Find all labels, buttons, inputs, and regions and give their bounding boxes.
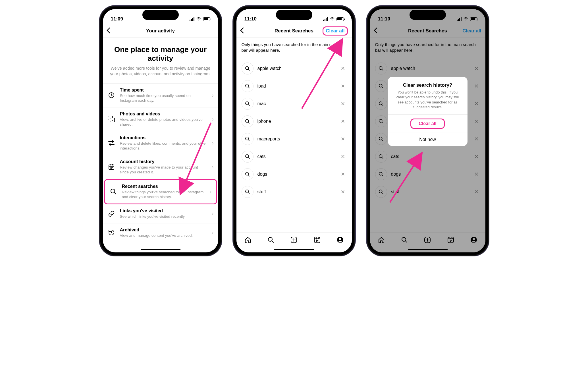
remove-search-button[interactable]: ✕: [339, 135, 347, 143]
search-term: iphone: [257, 119, 335, 124]
svg-point-5: [111, 167, 112, 168]
search-icon: [242, 98, 254, 110]
screen-recent-searches: 11:10 Recent Searches Clear all Only thi…: [236, 9, 352, 252]
row-time-spent[interactable]: Time spentSee how much time you usually …: [103, 84, 218, 107]
hero-subtitle: We've added more tools for you to review…: [109, 66, 213, 77]
back-button[interactable]: [106, 27, 115, 35]
home-indicator[interactable]: [141, 249, 180, 250]
tab-create[interactable]: [290, 236, 298, 245]
svg-line-10: [185, 123, 211, 182]
search-term: stuff: [257, 189, 335, 194]
search-icon: [109, 188, 117, 195]
search-row[interactable]: iphone ✕: [240, 113, 348, 130]
row-sub: Review things you've searched for on Ins…: [122, 190, 205, 200]
dialog-confirm-label: Clear all: [410, 119, 444, 129]
remove-search-button[interactable]: ✕: [339, 152, 347, 161]
back-button[interactable]: [240, 27, 248, 35]
search-term: cats: [257, 154, 335, 159]
archive-icon: [107, 229, 115, 236]
nav-bar: Your activity: [103, 25, 218, 38]
nav-bar: Recent Searches Clear all: [236, 25, 352, 38]
search-row[interactable]: dogs ✕: [240, 165, 348, 183]
status-time: 11:10: [244, 16, 257, 22]
link-icon: [107, 210, 115, 217]
phone-1: 11:09 Your activity One place to manage …: [99, 6, 222, 256]
search-icon: [242, 151, 254, 163]
dynamic-island: [142, 10, 179, 20]
phone-2: 11:10 Recent Searches Clear all Only thi…: [233, 6, 355, 256]
chevron-right-icon: ›: [210, 189, 212, 195]
remove-search-button[interactable]: ✕: [339, 117, 347, 126]
svg-point-23: [339, 238, 341, 240]
hero: One place to manage your activity We've …: [103, 38, 218, 84]
row-sub: See which links you've visited recently.: [120, 214, 207, 219]
wifi-icon: [330, 16, 335, 22]
search-icon: [242, 168, 254, 180]
search-icon: [242, 63, 254, 74]
hero-title: One place to manage your activity: [109, 45, 213, 63]
phone-3: 11:10 Recent Searches Clear all Only thi…: [367, 6, 489, 256]
annotation-arrow: [293, 38, 350, 113]
wifi-icon: [196, 16, 201, 22]
remove-search-button[interactable]: ✕: [339, 170, 347, 179]
tab-home[interactable]: [244, 236, 252, 245]
chevron-right-icon: ›: [212, 92, 214, 98]
dynamic-island: [410, 10, 446, 20]
chevron-right-icon: ›: [212, 230, 214, 236]
battery-icon: [336, 17, 344, 21]
svg-line-24: [302, 40, 342, 109]
home-indicator[interactable]: [274, 249, 314, 250]
search-term: macreports: [257, 136, 335, 142]
dialog-title: Clear search history?: [394, 82, 462, 88]
nav-title: Your activity: [103, 28, 218, 34]
dialog-cancel-button[interactable]: Not now: [388, 133, 468, 146]
svg-point-6: [112, 167, 113, 168]
dialog-confirm-button[interactable]: Clear all: [388, 114, 468, 133]
chevron-right-icon: ›: [212, 211, 214, 217]
search-icon: [242, 115, 254, 127]
svg-point-7: [110, 168, 111, 169]
search-icon: [242, 133, 254, 145]
clear-all-button[interactable]: Clear all: [323, 26, 348, 36]
calendar-icon: [107, 164, 115, 170]
svg-rect-21: [314, 237, 320, 243]
search-row[interactable]: macreports ✕: [240, 130, 348, 148]
annotation-arrow: [387, 148, 433, 206]
clock-icon: [107, 92, 115, 99]
row-title: Links you've visited: [120, 208, 207, 213]
svg-point-4: [110, 167, 111, 168]
clear-history-dialog: Clear search history? You won't be able …: [388, 76, 468, 146]
screen-your-activity: 11:09 Your activity One place to manage …: [103, 9, 218, 252]
row-title: Photos and videos: [120, 111, 207, 117]
battery-icon: [203, 17, 210, 21]
remove-search-button[interactable]: ✕: [339, 188, 347, 196]
search-term: dogs: [257, 172, 335, 177]
tab-profile[interactable]: [336, 236, 344, 245]
row-sub: See how much time you usually spend on I…: [120, 93, 207, 103]
row-title: Time spent: [120, 88, 207, 93]
tab-search[interactable]: [267, 236, 275, 245]
row-title: Archived: [120, 227, 207, 233]
row-sub: View and manage content you've archived.: [120, 233, 207, 238]
svg-point-8: [111, 168, 112, 169]
tab-reels[interactable]: [313, 236, 321, 245]
screen-clear-dialog: 11:10 Recent Searches Clear all Only thi…: [370, 9, 485, 252]
dialog-body: You won't be able to undo this. If you c…: [394, 90, 462, 109]
signal-icon: [190, 17, 194, 21]
signal-icon: [323, 17, 328, 21]
svg-line-38: [390, 154, 421, 202]
search-icon: [242, 80, 254, 92]
search-row[interactable]: stuff ✕: [240, 183, 348, 201]
dynamic-island: [276, 10, 312, 20]
annotation-arrow: [182, 120, 217, 189]
search-row[interactable]: cats ✕: [240, 148, 348, 165]
row-links-visited[interactable]: Links you've visitedSee which links you'…: [103, 204, 218, 223]
search-icon: [242, 186, 254, 198]
arrows-icon: [107, 140, 115, 146]
media-icon: [107, 116, 115, 123]
status-time: 11:09: [111, 16, 123, 22]
row-archived[interactable]: ArchivedView and manage content you've a…: [103, 223, 218, 242]
